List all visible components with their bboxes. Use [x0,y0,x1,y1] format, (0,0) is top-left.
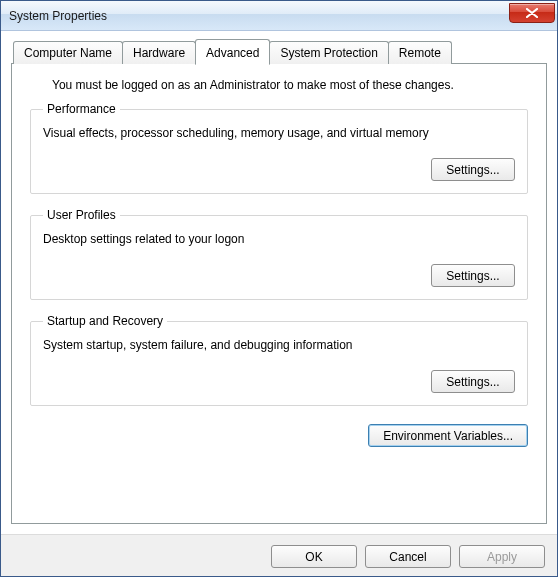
startup-recovery-description: System startup, system failure, and debu… [43,338,515,352]
dialog-footer: OK Cancel Apply [1,534,557,576]
titlebar[interactable]: System Properties [1,1,557,31]
cancel-button[interactable]: Cancel [365,545,451,568]
tab-panel-advanced: You must be logged on as an Administrato… [11,63,547,524]
group-user-profiles: User Profiles Desktop settings related t… [30,208,528,300]
tab-strip: Computer Name Hardware Advanced System P… [11,39,547,64]
group-user-profiles-legend: User Profiles [43,208,120,222]
tab-computer-name[interactable]: Computer Name [13,41,123,64]
group-performance-legend: Performance [43,102,120,116]
tab-hardware[interactable]: Hardware [122,41,196,64]
client-area: Computer Name Hardware Advanced System P… [1,31,557,534]
admin-notice: You must be logged on as an Administrato… [52,78,528,92]
group-performance: Performance Visual effects, processor sc… [30,102,528,194]
tab-remote[interactable]: Remote [388,41,452,64]
tab-system-protection[interactable]: System Protection [269,41,388,64]
tab-advanced[interactable]: Advanced [195,39,270,65]
environment-variables-button[interactable]: Environment Variables... [368,424,528,447]
window-title: System Properties [9,9,107,23]
apply-button[interactable]: Apply [459,545,545,568]
close-button[interactable] [509,3,555,23]
startup-recovery-settings-button[interactable]: Settings... [431,370,515,393]
close-icon [526,8,538,18]
user-profiles-description: Desktop settings related to your logon [43,232,515,246]
group-startup-recovery-legend: Startup and Recovery [43,314,167,328]
ok-button[interactable]: OK [271,545,357,568]
performance-description: Visual effects, processor scheduling, me… [43,126,515,140]
system-properties-window: System Properties Computer Name Hardware… [0,0,558,577]
performance-settings-button[interactable]: Settings... [431,158,515,181]
user-profiles-settings-button[interactable]: Settings... [431,264,515,287]
group-startup-recovery: Startup and Recovery System startup, sys… [30,314,528,406]
